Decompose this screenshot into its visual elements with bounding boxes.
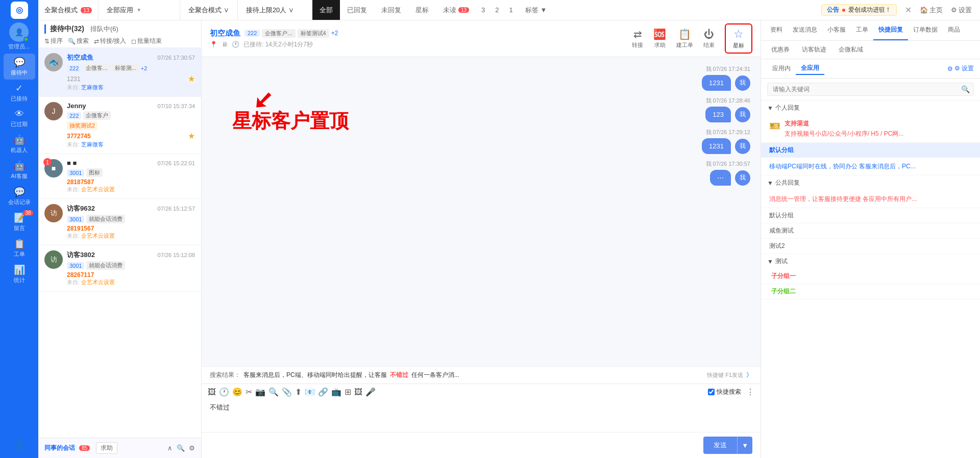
- sidebar-item-history[interactable]: 💬 会话记录: [4, 183, 35, 209]
- mode-selector[interactable]: 全聚合模式 13: [38, 0, 99, 20]
- notice-close-icon[interactable]: ✕: [905, 5, 912, 15]
- default-group-active[interactable]: 默认分组: [761, 143, 980, 158]
- app-all-tab[interactable]: 全应用: [796, 62, 824, 75]
- sort-btn[interactable]: ⇅ 排序: [44, 37, 63, 45]
- fish-group[interactable]: 咸鱼测试: [761, 223, 980, 239]
- ticket-icon: 📋: [14, 238, 25, 249]
- right-tab-orders[interactable]: 订单数据: [908, 20, 943, 40]
- tab-starred[interactable]: 星标: [408, 0, 436, 20]
- tab-num1[interactable]: 3: [476, 0, 490, 20]
- queued-tab[interactable]: 排队中(6): [90, 24, 118, 34]
- tab-num2[interactable]: 2: [490, 0, 504, 20]
- transfer-btn[interactable]: ⇄ 转接/接入: [94, 37, 126, 45]
- tab-unread[interactable]: 未读 13: [436, 0, 476, 20]
- section-test[interactable]: ▼ 测试: [761, 254, 980, 269]
- sidebar-item-tickets[interactable]: 📋 工单: [4, 235, 35, 261]
- section-personal[interactable]: ▼ 个人回复: [761, 100, 980, 115]
- right-tab-quickreply[interactable]: 快捷回复: [873, 20, 908, 40]
- expand-icon[interactable]: ∧: [167, 444, 173, 452]
- send-btn[interactable]: 发送: [703, 437, 737, 454]
- toolbar-video-icon[interactable]: 📺: [331, 387, 341, 397]
- right-tab-send[interactable]: 发送消息: [788, 20, 822, 40]
- end-action-btn[interactable]: ⏻ 结束: [703, 29, 715, 49]
- toolbar-search-icon[interactable]: 🔍: [268, 387, 279, 397]
- session-item[interactable]: 🐟 初空成鱼 07/26 17:30:57 222 企微客... 标签测... …: [38, 48, 201, 97]
- session-item[interactable]: ■ 1 ■ ■ 07/26 15:22:01 3001 图标: [38, 154, 201, 199]
- transfer-action-btn[interactable]: ⇄ 转接: [632, 28, 643, 49]
- source-name: 企艺术云设置: [81, 279, 115, 285]
- toolbar-photo-icon[interactable]: 🖼: [354, 388, 362, 397]
- batch-end-btn[interactable]: ◻ 批量结束: [131, 37, 162, 45]
- app-inner-tab[interactable]: 应用内: [767, 63, 796, 74]
- receive-limit-area[interactable]: 接待上限20人 ∨: [238, 0, 302, 20]
- tag-more-link[interactable]: +2: [331, 30, 338, 37]
- serving-tab[interactable]: 接待中(32): [44, 24, 84, 34]
- test2-group[interactable]: 测试2: [761, 239, 980, 254]
- reply-item[interactable]: 移动端PC端同时在线，协同办公 客服来消息后，PC...: [761, 158, 980, 175]
- sidebar-item-expired[interactable]: 👁 已过期: [4, 106, 35, 131]
- bottom-icons: ∧ 🔍 ⚙: [167, 444, 195, 452]
- tab-num3[interactable]: 1: [504, 0, 518, 20]
- right-tab-ticket[interactable]: 工单: [851, 20, 873, 40]
- toolbar-more-icon[interactable]: ⋮: [746, 387, 754, 397]
- toolbar-scissors-icon[interactable]: ✂: [246, 387, 252, 397]
- search-btn[interactable]: 🔍 搜索: [68, 37, 89, 45]
- toolbar-link-icon[interactable]: 🔗: [318, 387, 328, 397]
- reply-item[interactable]: 消息统一管理，让客服接待更便捷 各应用中所有用户...: [761, 190, 980, 208]
- right-tab-goods[interactable]: 商品: [943, 20, 965, 40]
- tab-all[interactable]: 全部: [312, 0, 340, 20]
- tab-unreplied[interactable]: 未回复: [374, 0, 408, 20]
- sidebar-item-stats[interactable]: 📊 统计: [4, 261, 35, 287]
- chat-textarea[interactable]: 不错过: [210, 403, 752, 427]
- toolbar-grid-icon[interactable]: ⊞: [345, 387, 351, 397]
- session-item[interactable]: 访 访客3802 07/26 15:12:08 3001 就能会话消费 2826…: [38, 245, 201, 292]
- sub-group-1[interactable]: 子分组一: [761, 269, 980, 284]
- send-dropdown-btn[interactable]: ▼: [737, 437, 752, 454]
- session-item[interactable]: J Jenny 07/10 15:37:34 222 企微客户 抽奖测试2: [38, 97, 201, 154]
- toolbar-emoji-icon[interactable]: 😊: [232, 387, 242, 397]
- star-action-btn[interactable]: ☆ 星标: [725, 23, 752, 54]
- right-subtab-private[interactable]: 企微私域: [835, 44, 867, 56]
- sidebar-item-messages[interactable]: 📝 留言 38: [4, 209, 35, 235]
- tab-tags[interactable]: 标签 ▼: [518, 0, 554, 20]
- sidebar-item-ai[interactable]: 🤖 AI客服: [4, 157, 35, 183]
- session-item[interactable]: 访 访客9632 07/26 15:12:57 3001 就能会话消费 2819…: [38, 199, 201, 245]
- settings-link[interactable]: ⚙ 设置: [951, 6, 972, 15]
- right-settings-link[interactable]: ⚙ ⚙ 设置: [947, 64, 974, 73]
- settings-bottom-icon[interactable]: ⚙: [189, 444, 195, 452]
- app-selector[interactable]: 全部应用 ▼: [99, 0, 180, 20]
- home-link[interactable]: 🏠 主页: [920, 6, 943, 15]
- colleague-chat-label[interactable]: 同事的会话: [44, 444, 75, 452]
- toolbar-camera-icon[interactable]: 📷: [255, 387, 265, 397]
- reply-item[interactable]: 🎫 支持渠道 支持视频号小店/公众号/小程序/ H5 / PC网...: [761, 115, 980, 143]
- mode-sub-area[interactable]: 全聚合模式 ∨: [180, 0, 238, 20]
- toolbar-image-icon[interactable]: 🖼: [208, 388, 216, 397]
- right-search-input[interactable]: [767, 83, 974, 96]
- help-btn[interactable]: 求助: [96, 442, 117, 454]
- search-shortcut: 快捷键 F1发送: [707, 371, 743, 379]
- customer-name: 初空成鱼: [210, 29, 240, 38]
- tab-replied[interactable]: 已回复: [340, 0, 374, 20]
- right-subtab-voucher[interactable]: 优惠券: [767, 44, 794, 56]
- right-subtab-track[interactable]: 访客轨迹: [798, 44, 830, 56]
- seek-help-action-btn[interactable]: 🆘 求助: [653, 28, 666, 49]
- default-group-2[interactable]: 默认分组: [761, 208, 980, 223]
- right-tab-mini[interactable]: 小客服: [822, 20, 851, 40]
- right-tab-info[interactable]: 资料: [765, 20, 788, 40]
- build-ticket-action-btn[interactable]: 📋 建工单: [676, 28, 693, 49]
- search-bottom-icon[interactable]: 🔍: [177, 444, 185, 452]
- toolbar-email-icon[interactable]: 📧: [305, 387, 315, 397]
- section-public[interactable]: ▼ 公共回复: [761, 175, 980, 190]
- sidebar-item-serving[interactable]: 💬 接待中: [4, 54, 35, 80]
- sidebar-item-user[interactable]: 👤: [4, 437, 35, 454]
- quick-search-checkbox[interactable]: [708, 389, 715, 395]
- sub-group-2[interactable]: 子分组二: [761, 284, 980, 299]
- customer-tag: 标签测试4: [298, 29, 329, 38]
- toolbar-upload-icon[interactable]: ⬆: [295, 387, 302, 397]
- toolbar-mic-icon[interactable]: 🎤: [365, 387, 376, 397]
- toolbar-clock-icon[interactable]: 🕐: [219, 387, 229, 397]
- sidebar-item-served[interactable]: ✓ 已接待: [4, 80, 35, 106]
- sidebar-item-robot[interactable]: 🤖 机器人: [4, 131, 35, 157]
- toolbar-attach-icon[interactable]: 📎: [282, 387, 292, 397]
- expand-btn[interactable]: 》: [746, 371, 752, 379]
